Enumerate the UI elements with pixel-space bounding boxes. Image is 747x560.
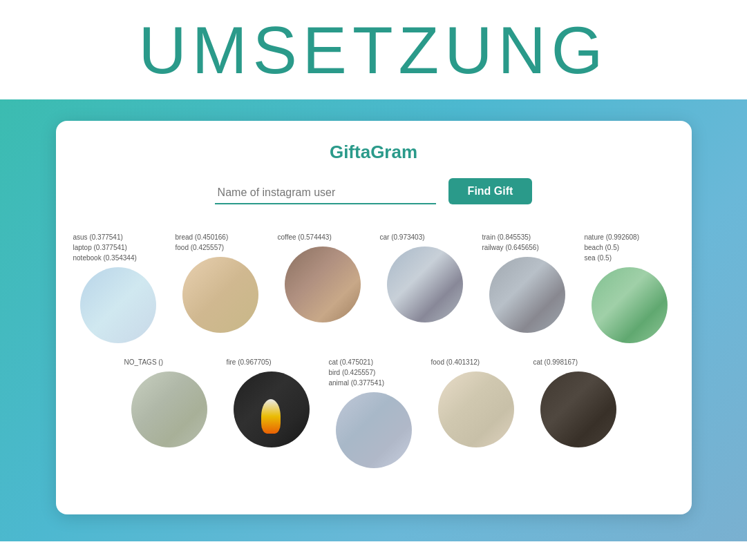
circle-image xyxy=(438,371,514,447)
image-item: fire (0.967705) xyxy=(227,357,316,468)
image-item: food (0.401312) xyxy=(431,357,521,468)
image-item: train (0.845535)railway (0.645656) xyxy=(482,232,572,343)
instagram-user-input[interactable] xyxy=(215,182,436,204)
image-labels: bread (0.450166)food (0.425557) xyxy=(176,232,265,253)
circle-image xyxy=(80,267,156,343)
circle-image xyxy=(131,371,207,447)
page-title: UMSETZUNG xyxy=(0,12,747,88)
search-row: Find Gift xyxy=(84,178,664,204)
circle-image xyxy=(489,257,565,333)
image-item: cat (0.998167) xyxy=(533,357,623,468)
image-labels: food (0.401312) xyxy=(431,357,521,367)
circle-image xyxy=(182,257,258,333)
image-labels: NO_TAGS () xyxy=(124,357,214,367)
circle-image xyxy=(234,371,310,447)
image-labels: cat (0.475021)bird (0.425557)animal (0.3… xyxy=(329,357,419,388)
circle-image xyxy=(336,392,412,468)
image-item: coffee (0.574443) xyxy=(278,232,368,343)
image-item: NO_TAGS () xyxy=(124,357,214,468)
circle-image xyxy=(540,371,616,447)
find-gift-button[interactable]: Find Gift xyxy=(448,178,533,204)
image-labels: nature (0.992608)beach (0.5)sea (0.5) xyxy=(585,232,674,263)
circle-image xyxy=(387,247,463,322)
app-title: GiftaGram xyxy=(84,142,664,163)
image-item: bread (0.450166)food (0.425557) xyxy=(176,232,265,343)
image-item: car (0.973403) xyxy=(380,232,470,343)
image-row-1: asus (0.377541)laptop (0.377541)notebook… xyxy=(84,232,664,343)
image-labels: fire (0.967705) xyxy=(227,357,316,367)
image-item: cat (0.475021)bird (0.425557)animal (0.3… xyxy=(329,357,419,468)
image-item: asus (0.377541)laptop (0.377541)notebook… xyxy=(73,232,163,343)
top-section: UMSETZUNG xyxy=(0,0,747,99)
image-labels: car (0.973403) xyxy=(380,232,470,242)
image-labels: train (0.845535)railway (0.645656) xyxy=(482,232,572,253)
circle-image xyxy=(592,267,668,343)
app-card: GiftaGram Find Gift asus (0.377541)lapto… xyxy=(56,121,692,514)
image-item: nature (0.992608)beach (0.5)sea (0.5) xyxy=(585,232,674,343)
image-labels: cat (0.998167) xyxy=(533,357,623,367)
image-labels: asus (0.377541)laptop (0.377541)notebook… xyxy=(73,232,163,263)
image-grid: asus (0.377541)laptop (0.377541)notebook… xyxy=(84,232,664,468)
gradient-background: GiftaGram Find Gift asus (0.377541)lapto… xyxy=(0,99,747,541)
image-row-2: NO_TAGS ()fire (0.967705)cat (0.475021)b… xyxy=(84,357,664,468)
circle-image xyxy=(285,247,361,322)
image-labels: coffee (0.574443) xyxy=(278,232,368,242)
